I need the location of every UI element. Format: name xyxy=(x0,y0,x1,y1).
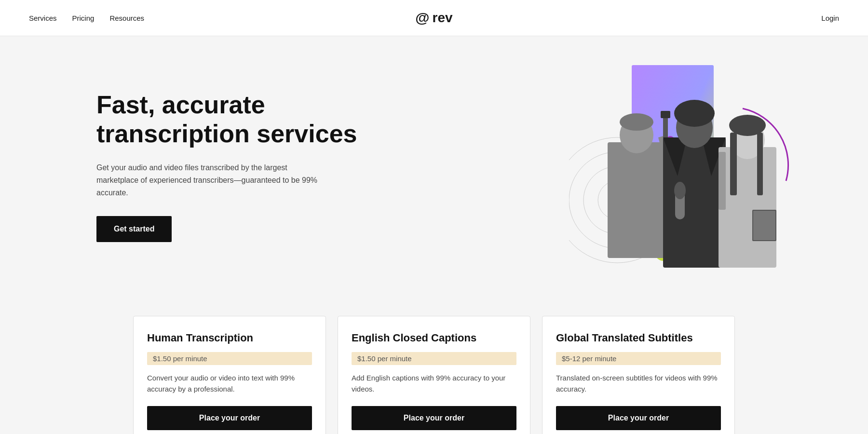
hero-description: Get your audio and video files transcrib… xyxy=(96,162,323,199)
svg-point-29 xyxy=(729,115,766,136)
svg-rect-28 xyxy=(757,133,763,195)
nav-pricing[interactable]: Pricing xyxy=(72,14,95,22)
nav-right: Login xyxy=(821,14,839,22)
hero-image xyxy=(569,65,810,268)
card-1-description: Convert your audio or video into text wi… xyxy=(147,373,312,394)
card-human-transcription: Human Transcription $1.50 per minute Con… xyxy=(133,316,326,434)
card-3-order-button[interactable]: Place your order xyxy=(556,406,721,430)
card-2-order-button[interactable]: Place your order xyxy=(352,406,516,430)
logo[interactable]: @ rev xyxy=(415,10,452,26)
cards-section: Human Transcription $1.50 per minute Con… xyxy=(0,297,868,434)
nav-left: Services Pricing Resources xyxy=(29,14,144,22)
svg-rect-31 xyxy=(753,211,775,240)
svg-rect-25 xyxy=(719,152,726,210)
svg-point-21 xyxy=(674,100,715,127)
svg-rect-16 xyxy=(661,111,670,118)
hero-illustration-svg xyxy=(569,65,810,268)
svg-rect-24 xyxy=(719,147,776,268)
get-started-button[interactable]: Get started xyxy=(96,216,172,242)
card-1-price: $1.50 per minute xyxy=(147,352,312,365)
hero-content: Fast, accurate transcription services Ge… xyxy=(96,91,376,242)
nav-services[interactable]: Services xyxy=(29,14,57,22)
card-1-title: Human Transcription xyxy=(147,332,312,344)
svg-point-23 xyxy=(674,182,686,199)
navbar: Services Pricing Resources @ rev Login xyxy=(0,0,868,36)
card-2-title: English Closed Captions xyxy=(352,332,516,344)
card-3-title: Global Translated Subtitles xyxy=(556,332,721,344)
nav-resources[interactable]: Resources xyxy=(109,14,144,22)
card-3-price: $5-12 per minute xyxy=(556,352,721,365)
hero-section: Fast, accurate transcription services Ge… xyxy=(0,36,868,297)
svg-point-13 xyxy=(620,113,653,131)
card-2-description: Add English captions with 99% accuracy t… xyxy=(352,373,516,394)
hero-title: Fast, accurate transcription services xyxy=(96,91,376,149)
login-link[interactable]: Login xyxy=(821,14,839,22)
logo-text: rev xyxy=(433,10,453,26)
card-global-translated-subtitles: Global Translated Subtitles $5-12 per mi… xyxy=(542,316,735,434)
card-2-price: $1.50 per minute xyxy=(352,352,516,365)
card-3-description: Translated on-screen subtitles for video… xyxy=(556,373,721,394)
svg-rect-11 xyxy=(608,142,665,258)
card-english-closed-captions: English Closed Captions $1.50 per minute… xyxy=(338,316,530,434)
logo-at-symbol: @ xyxy=(415,10,429,26)
svg-rect-27 xyxy=(730,133,737,195)
card-1-order-button[interactable]: Place your order xyxy=(147,406,312,430)
